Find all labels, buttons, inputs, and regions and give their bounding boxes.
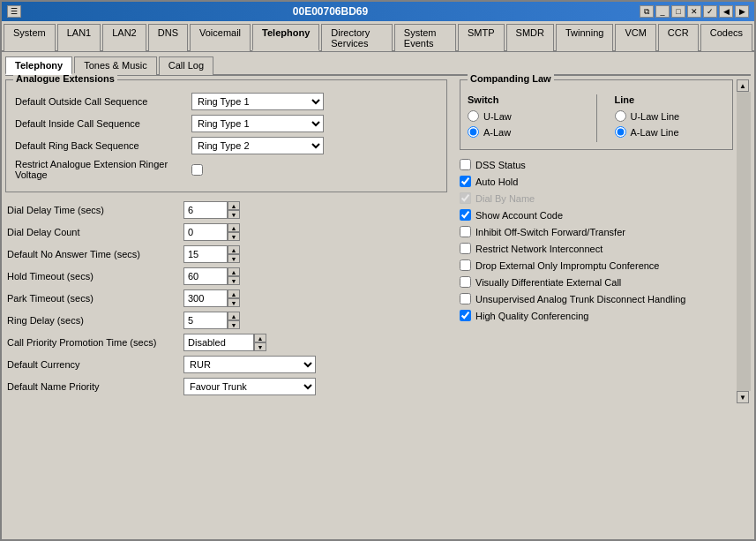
- subtab-telephony[interactable]: Telephony: [5, 56, 72, 75]
- spin-up[interactable]: ▲: [228, 201, 240, 210]
- high-quality-row: High Quality Conferencing: [460, 310, 733, 321]
- tab-lan1[interactable]: LAN1: [57, 24, 101, 51]
- spin-up[interactable]: ▲: [228, 267, 240, 276]
- tab-directory-services[interactable]: Directory Services: [321, 24, 393, 51]
- tab-system-events[interactable]: System Events: [394, 24, 456, 51]
- ring-delay-row: Ring Delay (secs) ▲ ▼: [7, 312, 445, 329]
- inside-call-label: Default Inside Call Sequence: [15, 118, 191, 129]
- prev-button[interactable]: ◀: [719, 5, 733, 18]
- switch-ulaw-row: U-Law: [468, 110, 579, 122]
- tab-smtp[interactable]: SMTP: [458, 24, 505, 51]
- tab-system[interactable]: System: [4, 24, 56, 51]
- spin-up[interactable]: ▲: [228, 312, 240, 320]
- next-button[interactable]: ▶: [735, 5, 749, 18]
- call-priority-input[interactable]: [183, 334, 254, 351]
- no-answer-time-input[interactable]: [183, 245, 228, 263]
- menu-icon[interactable]: ☰: [7, 5, 21, 18]
- panel-divider: [451, 79, 456, 403]
- dial-delay-count-label: Dial Delay Count: [7, 227, 183, 237]
- spin-down[interactable]: ▼: [228, 320, 240, 329]
- dial-by-name-checkbox[interactable]: [460, 192, 471, 204]
- scroll-up-button[interactable]: ▲: [737, 79, 749, 92]
- hold-timeout-row: Hold Timeout (secs) ▲ ▼: [7, 267, 445, 285]
- visually-differentiate-label: Visually Differentiate External Call: [475, 277, 621, 288]
- call-priority-control: ▲ ▼: [183, 334, 266, 351]
- switch-header: Switch: [468, 94, 579, 105]
- subtab-tones-music[interactable]: Tones & Music: [74, 56, 157, 75]
- inhibit-forward-checkbox[interactable]: [460, 226, 471, 237]
- spin-down[interactable]: ▼: [228, 254, 240, 263]
- currency-select[interactable]: RUR USD EUR GBP: [183, 356, 316, 373]
- currency-label: Default Currency: [7, 359, 183, 370]
- hold-timeout-input[interactable]: [183, 267, 228, 285]
- tab-twinning[interactable]: Twinning: [556, 24, 613, 51]
- outside-call-select[interactable]: Ring Type 1 Ring Type 2 Ring Type 3: [191, 93, 324, 110]
- restrict-network-checkbox[interactable]: [460, 243, 471, 254]
- high-quality-checkbox[interactable]: [460, 310, 471, 321]
- close-button[interactable]: ✕: [687, 5, 701, 18]
- tab-dns[interactable]: DNS: [148, 24, 188, 51]
- visually-differentiate-checkbox[interactable]: [460, 276, 471, 288]
- ringback-select[interactable]: Ring Type 1 Ring Type 2 Ring Type 3: [191, 137, 324, 154]
- ring-delay-spinner: ▲ ▼: [228, 312, 240, 329]
- companding-title: Companding Law: [468, 73, 554, 84]
- restrict-ringer-checkbox[interactable]: [191, 164, 203, 176]
- minimize-button[interactable]: _: [655, 5, 670, 18]
- spin-down[interactable]: ▼: [228, 276, 240, 285]
- inside-call-control: Ring Type 1 Ring Type 2 Ring Type 3: [191, 115, 324, 132]
- spin-up[interactable]: ▲: [228, 223, 240, 232]
- auto-hold-checkbox[interactable]: [460, 176, 471, 187]
- visually-differentiate-row: Visually Differentiate External Call: [460, 276, 733, 288]
- name-priority-select[interactable]: Favour Trunk Favour Extension Trunk Only: [183, 378, 316, 395]
- restrict-network-label: Restrict Network Interconnect: [475, 244, 603, 254]
- tab-smdr[interactable]: SMDR: [506, 24, 554, 51]
- spin-down[interactable]: ▼: [228, 210, 240, 219]
- ringback-label: Default Ring Back Sequence: [15, 140, 191, 151]
- switch-ulaw-radio[interactable]: [468, 110, 479, 122]
- tab-voicemail[interactable]: Voicemail: [190, 24, 251, 51]
- tab-ccr[interactable]: CCR: [658, 24, 699, 51]
- switch-line-divider: [596, 94, 597, 142]
- drop-external-checkbox[interactable]: [460, 259, 471, 271]
- dial-delay-count-spinner: ▲ ▼: [228, 223, 240, 241]
- maximize-button[interactable]: □: [671, 5, 685, 18]
- park-timeout-input[interactable]: [183, 289, 228, 307]
- tab-codecs[interactable]: Codecs: [700, 24, 752, 51]
- dss-status-row: DSS Status: [460, 159, 733, 170]
- unsupervised-analog-label: Unsupervised Analog Trunk Disconnect Han…: [475, 294, 685, 304]
- park-timeout-label: Park Timeout (secs): [7, 293, 183, 304]
- switch-column: Switch U-Law A-Law: [468, 94, 579, 142]
- switch-alaw-radio[interactable]: [468, 126, 479, 138]
- subtab-call-log[interactable]: Call Log: [159, 56, 213, 75]
- scroll-track[interactable]: [737, 92, 751, 391]
- dial-delay-count-input[interactable]: [183, 223, 228, 241]
- line-ulaw-radio[interactable]: [615, 110, 626, 122]
- restore-button[interactable]: ⧉: [640, 5, 654, 18]
- check-button[interactable]: ✓: [703, 5, 717, 18]
- call-priority-spinner: ▲ ▼: [254, 334, 266, 351]
- unsupervised-analog-checkbox[interactable]: [460, 293, 471, 304]
- left-panel: Analogue Extensions Default Outside Call…: [5, 79, 447, 403]
- auto-hold-row: Auto Hold: [460, 176, 733, 187]
- no-answer-time-row: Default No Answer Time (secs) ▲ ▼: [7, 245, 445, 263]
- ring-delay-input[interactable]: [183, 312, 228, 329]
- dss-status-checkbox[interactable]: [460, 159, 471, 170]
- call-priority-row: Call Priority Promotion Time (secs) ▲ ▼: [7, 334, 445, 351]
- spin-down[interactable]: ▼: [228, 298, 240, 307]
- tab-vcm[interactable]: VCM: [615, 24, 655, 51]
- ring-delay-label: Ring Delay (secs): [7, 315, 183, 326]
- currency-row: Default Currency RUR USD EUR GBP: [7, 356, 445, 373]
- inside-call-select[interactable]: Ring Type 1 Ring Type 2 Ring Type 3: [191, 115, 324, 132]
- tab-telephony[interactable]: Telephony: [252, 24, 319, 51]
- dial-delay-time-input[interactable]: [183, 201, 228, 219]
- spin-up[interactable]: ▲: [228, 289, 240, 298]
- line-alaw-radio[interactable]: [615, 126, 626, 138]
- spin-down[interactable]: ▼: [254, 342, 266, 351]
- checkboxes-panel: DSS Status Auto Hold Dial By Name Show A…: [460, 155, 733, 327]
- tab-lan2[interactable]: LAN2: [102, 24, 146, 51]
- spin-down[interactable]: ▼: [228, 232, 240, 241]
- scroll-down-button[interactable]: ▼: [737, 391, 749, 403]
- spin-up[interactable]: ▲: [228, 245, 240, 254]
- show-account-code-checkbox[interactable]: [460, 209, 471, 221]
- spin-up[interactable]: ▲: [254, 334, 266, 342]
